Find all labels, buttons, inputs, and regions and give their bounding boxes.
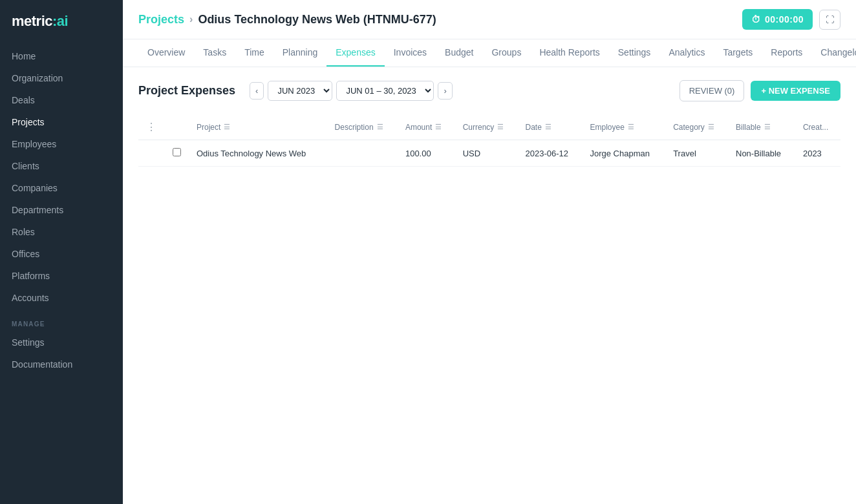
expenses-actions: REVIEW (0) + NEW EXPENSE [679,80,840,101]
col-header-category: Category ☰ [665,114,728,140]
sidebar-item-employees[interactable]: Employees [0,133,123,155]
row-checkbox[interactable] [173,148,181,156]
tab-budget[interactable]: Budget [436,39,482,67]
row-description [327,140,398,167]
col-header-employee: Employee ☰ [582,114,665,140]
content-area: Project Expenses ‹ JUN 2023 JUN 01 – 30,… [123,67,856,504]
col-header-billable: Billable ☰ [728,114,795,140]
tab-overview[interactable]: Overview [138,39,194,67]
next-month-button[interactable]: › [438,82,452,100]
logo: metric:ai [0,0,123,45]
timer-display: 00:00:00 [765,14,804,25]
filter-icon[interactable]: ☰ [708,123,714,131]
sidebar-item-home[interactable]: Home [0,45,123,67]
row-currency: USD [455,140,518,167]
row-category: Travel [665,140,728,167]
tab-reports[interactable]: Reports [762,39,811,67]
breadcrumb-link[interactable]: Projects [138,13,184,26]
tab-expenses[interactable]: Expenses [326,39,384,67]
tabs: Overview Tasks Time Planning Expenses In… [123,39,856,67]
sidebar-item-label: Deals [12,95,35,105]
col-header-amount: Amount ☰ [398,114,455,140]
expenses-header: Project Expenses ‹ JUN 2023 JUN 01 – 30,… [138,80,840,101]
col-header-project: Project ☰ [189,114,327,140]
prev-month-button[interactable]: ‹ [250,82,264,100]
filter-icon[interactable]: ☰ [764,123,771,131]
tab-settings[interactable]: Settings [609,39,660,67]
filter-icon[interactable]: ☰ [628,123,634,131]
tab-tasks[interactable]: Tasks [194,39,235,67]
tab-targets[interactable]: Targets [714,39,762,67]
table-row: Odius Technology News Web 100.00 USD 202… [138,140,840,167]
month-select[interactable]: JUN 2023 [268,81,332,101]
col-header-currency: Currency ☰ [455,114,518,140]
top-bar: Projects › Odius Technology News Web (HT… [123,0,856,39]
row-project: Odius Technology News Web [189,140,327,167]
timer-button[interactable]: ⏱ 00:00:00 [742,9,813,30]
sidebar-item-label: Home [12,51,36,61]
sidebar-item-offices[interactable]: Offices [0,243,123,265]
filter-icon[interactable]: ☰ [224,123,230,131]
expenses-title: Project Expenses [138,84,235,98]
date-range-select[interactable]: JUN 01 – 30, 2023 [336,81,434,101]
sidebar: metric:ai Home Organization Deals Projec… [0,0,123,504]
row-amount: 100.00 [398,140,455,167]
sidebar-item-settings[interactable]: Settings [0,331,123,353]
sidebar-item-label: Departments [12,205,63,215]
sidebar-item-label: Roles [12,227,35,237]
sidebar-item-label: Companies [12,183,58,193]
sidebar-item-documentation[interactable]: Documentation [0,353,123,375]
row-billable: Non-Billable [728,140,795,167]
col-checkbox-header [165,114,189,140]
row-created: 2023 [795,140,840,167]
new-expense-button[interactable]: + NEW EXPENSE [751,81,840,101]
tab-analytics[interactable]: Analytics [659,39,714,67]
sidebar-item-accounts[interactable]: Accounts [0,287,123,309]
sidebar-item-clients[interactable]: Clients [0,155,123,177]
tab-time[interactable]: Time [235,39,273,67]
filter-icon[interactable]: ☰ [545,123,551,131]
tab-health-reports[interactable]: Health Reports [530,39,608,67]
tab-groups[interactable]: Groups [482,39,530,67]
sidebar-item-label: Clients [12,161,39,171]
sidebar-item-label: Projects [12,117,45,127]
expenses-nav: ‹ JUN 2023 JUN 01 – 30, 2023 › [250,81,453,101]
filter-icon[interactable]: ☰ [497,123,504,131]
breadcrumb-separator: › [189,14,193,25]
expand-icon: ⛶ [826,15,834,25]
main-content: Projects › Odius Technology News Web (HT… [123,0,856,504]
sidebar-item-departments[interactable]: Departments [0,199,123,221]
filter-icon[interactable]: ☰ [377,123,383,131]
sidebar-item-companies[interactable]: Companies [0,177,123,199]
row-date: 2023-06-12 [518,140,583,167]
sidebar-item-label: Platforms [12,271,50,281]
row-checkbox-cell [165,140,189,167]
table-menu-icon[interactable]: ⋮ [146,121,157,132]
review-button[interactable]: REVIEW (0) [679,80,745,101]
col-header-created: Creat... [795,114,840,140]
row-employee: Jorge Chapman [582,140,665,167]
clock-icon: ⏱ [751,14,761,25]
breadcrumb: Projects › Odius Technology News Web (HT… [138,13,436,26]
sidebar-item-roles[interactable]: Roles [0,221,123,243]
expenses-table-wrapper: ⋮ Project ☰ Description ☰ [138,114,840,167]
manage-section-label: MANAGE [0,309,123,331]
tab-changelog[interactable]: Changelog [811,39,856,67]
tab-invoices[interactable]: Invoices [385,39,436,67]
sidebar-item-organization[interactable]: Organization [0,67,123,89]
sidebar-item-label: Accounts [12,293,49,303]
sidebar-item-label: Organization [12,73,63,83]
col-menu: ⋮ [138,114,165,140]
logo-text: metric:ai [12,13,68,30]
sidebar-item-deals[interactable]: Deals [0,89,123,111]
sidebar-item-platforms[interactable]: Platforms [0,265,123,287]
sidebar-item-label: Employees [12,139,56,149]
sidebar-item-label: Offices [12,249,39,259]
sidebar-item-label: Settings [12,337,45,348]
tab-planning[interactable]: Planning [273,39,327,67]
sidebar-item-projects[interactable]: Projects [0,111,123,133]
filter-icon[interactable]: ☰ [435,123,442,131]
col-header-description: Description ☰ [327,114,398,140]
col-header-date: Date ☰ [518,114,583,140]
expand-button[interactable]: ⛶ [819,10,840,30]
